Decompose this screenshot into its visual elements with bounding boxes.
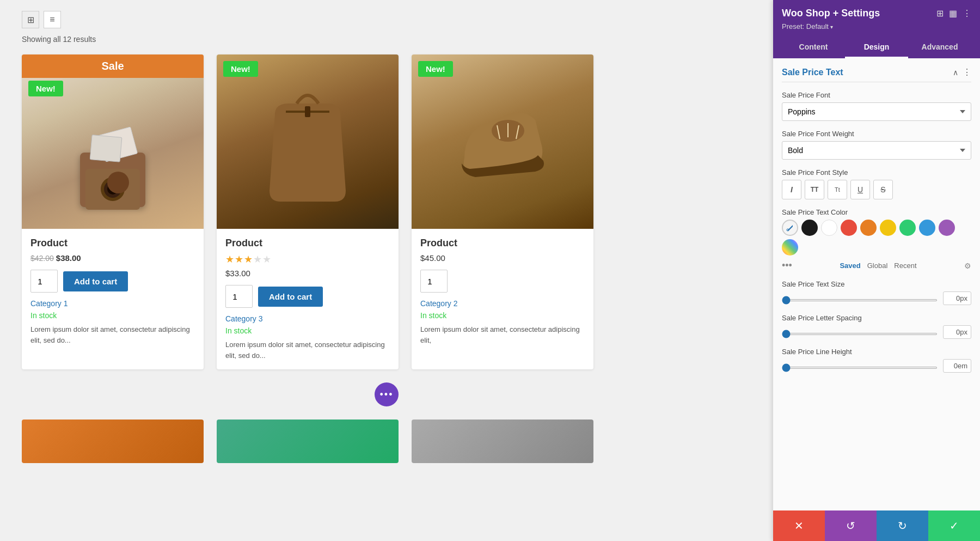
undo-button[interactable]: ↺ bbox=[825, 510, 877, 541]
color-gradient[interactable] bbox=[782, 239, 798, 256]
product-grid-bottom bbox=[22, 420, 593, 463]
line-height-slider[interactable] bbox=[782, 367, 938, 369]
panel-title-row: Woo Shop + Settings ⊞ ▦ ⋮ bbox=[782, 8, 971, 19]
in-stock-1: In stock bbox=[30, 311, 195, 320]
price-sale-1: $38.00 bbox=[56, 253, 81, 263]
category-link-1[interactable]: Category 1 bbox=[30, 299, 195, 308]
panel-title: Woo Shop + Settings bbox=[782, 8, 880, 19]
text-size-slider-wrap bbox=[782, 294, 938, 303]
product-name-3: Product bbox=[420, 238, 585, 249]
price-original-1: $42.00 bbox=[30, 254, 54, 263]
cancel-button[interactable]: ✕ bbox=[773, 510, 825, 541]
qty-input-1[interactable] bbox=[30, 270, 58, 293]
bag-svg bbox=[259, 71, 357, 212]
font-weight-select[interactable]: Bold Normal Light 100 200 300 400 500 60… bbox=[782, 141, 971, 160]
color-dropper[interactable] bbox=[782, 220, 798, 236]
category-link-2[interactable]: Category 3 bbox=[225, 314, 390, 323]
color-settings-icon[interactable]: ⚙ bbox=[964, 262, 971, 270]
panel-icon-menu[interactable]: ⋮ bbox=[963, 8, 971, 19]
color-more-icon[interactable]: ••• bbox=[782, 260, 792, 271]
product-image-3: New! bbox=[412, 54, 593, 229]
new-badge-3: New! bbox=[418, 61, 453, 77]
underline-button[interactable]: U bbox=[850, 180, 870, 199]
tab-design[interactable]: Design bbox=[845, 37, 908, 58]
section-menu-icon[interactable]: ⋮ bbox=[963, 67, 971, 77]
panel-preset[interactable]: Preset: Default▾ bbox=[782, 22, 971, 31]
product-name-1: Product bbox=[30, 238, 195, 249]
letter-spacing-slider[interactable] bbox=[782, 333, 938, 335]
panel-footer: ✕ ↺ ↻ ✓ bbox=[773, 510, 980, 541]
product-info-1: Product $42.00$38.00 Add to cart Categor… bbox=[22, 229, 204, 354]
text-size-row: Sale Price Text Size 0px bbox=[782, 280, 971, 305]
price-regular-3: $45.00 bbox=[420, 253, 445, 263]
font-style-label: Sale Price Font Style bbox=[782, 168, 971, 177]
right-panel: Woo Shop + Settings ⊞ ▦ ⋮ Preset: Defaul… bbox=[773, 0, 980, 541]
global-tab[interactable]: Global bbox=[867, 262, 888, 270]
section-header: Sale Price Text ∧ ⋮ bbox=[782, 67, 971, 82]
font-weight-label: Sale Price Font Weight bbox=[782, 130, 971, 138]
add-to-cart-row-2: Add to cart bbox=[225, 285, 390, 308]
saved-tab[interactable]: Saved bbox=[840, 262, 860, 270]
new-badge-1: New! bbox=[28, 81, 63, 96]
product-card-2: New! Product ★★★★★ $ bbox=[217, 54, 399, 369]
add-to-cart-row-1: Add to cart bbox=[30, 270, 195, 293]
font-label: Sale Price Font bbox=[782, 91, 971, 99]
new-badge-2: New! bbox=[223, 61, 258, 77]
color-purple[interactable] bbox=[939, 220, 955, 236]
confirm-button[interactable]: ✓ bbox=[928, 510, 980, 541]
recent-tab[interactable]: Recent bbox=[894, 262, 916, 270]
letter-spacing-slider-wrap bbox=[782, 327, 938, 337]
product-image-2: New! bbox=[217, 54, 399, 229]
letter-spacing-label: Sale Price Letter Spacing bbox=[782, 314, 971, 322]
text-color-label: Sale Price Text Color bbox=[782, 208, 971, 216]
tt-small-button[interactable]: Tt bbox=[828, 180, 847, 199]
product-name-2: Product bbox=[225, 238, 390, 249]
font-weight-row: Sale Price Font Weight Bold Normal Light… bbox=[782, 130, 971, 160]
tab-content[interactable]: Content bbox=[782, 37, 845, 58]
pagination-button[interactable]: ••• bbox=[375, 382, 399, 406]
color-orange[interactable] bbox=[860, 220, 877, 236]
color-green[interactable] bbox=[899, 220, 916, 236]
color-yellow[interactable] bbox=[880, 220, 896, 236]
grid-view-button[interactable]: ⊞ bbox=[22, 11, 39, 28]
svg-point-5 bbox=[107, 184, 118, 194]
section-title: Sale Price Text bbox=[782, 68, 843, 77]
italic-button[interactable]: I bbox=[782, 180, 801, 199]
list-view-button[interactable]: ≡ bbox=[44, 11, 61, 28]
qty-input-3[interactable] bbox=[420, 270, 448, 293]
qty-input-2[interactable] bbox=[225, 285, 253, 308]
color-red[interactable] bbox=[841, 220, 857, 236]
panel-icon-target[interactable]: ⊞ bbox=[936, 8, 944, 19]
product-desc-3: Lorem ipsum dolor sit amet, consectetur … bbox=[420, 324, 585, 345]
tt-button[interactable]: TT bbox=[805, 180, 824, 199]
product-info-3: Product $45.00 Add to cart Category 2 In… bbox=[412, 229, 593, 354]
product-card-1: Sale New! bbox=[22, 54, 204, 369]
add-to-cart-button-1[interactable]: Add to cart bbox=[63, 271, 128, 291]
tab-advanced[interactable]: Advanced bbox=[908, 37, 971, 58]
price-1: $42.00$38.00 bbox=[30, 253, 195, 263]
font-select[interactable]: Poppins Arial Roboto bbox=[782, 102, 971, 121]
panel-header: Woo Shop + Settings ⊞ ▦ ⋮ Preset: Defaul… bbox=[773, 0, 980, 58]
letter-spacing-value: 0px bbox=[943, 325, 971, 339]
letter-spacing-row: Sale Price Letter Spacing 0px bbox=[782, 314, 971, 339]
svg-rect-2 bbox=[85, 169, 140, 210]
camera-svg bbox=[69, 120, 156, 218]
section-chevron-icon[interactable]: ∧ bbox=[953, 68, 958, 77]
panel-tabs: Content Design Advanced bbox=[782, 37, 971, 58]
font-style-row: Sale Price Font Style I TT Tt U S bbox=[782, 168, 971, 199]
text-size-slider-row: 0px bbox=[782, 291, 971, 305]
line-height-value: 0em bbox=[943, 359, 971, 373]
text-size-slider[interactable] bbox=[782, 299, 938, 301]
color-black[interactable] bbox=[801, 220, 818, 236]
price-2: $33.00 bbox=[225, 269, 390, 278]
price-3: $45.00 bbox=[420, 253, 585, 263]
line-height-slider-row: 0em bbox=[782, 359, 971, 373]
in-stock-2: In stock bbox=[225, 326, 390, 335]
strikethrough-button[interactable]: S bbox=[873, 180, 893, 199]
color-white[interactable] bbox=[821, 220, 837, 236]
color-blue[interactable] bbox=[919, 220, 935, 236]
add-to-cart-button-2[interactable]: Add to cart bbox=[258, 287, 323, 307]
redo-button[interactable]: ↻ bbox=[877, 510, 928, 541]
panel-icon-layout[interactable]: ▦ bbox=[949, 8, 957, 19]
category-link-3[interactable]: Category 2 bbox=[420, 299, 585, 308]
